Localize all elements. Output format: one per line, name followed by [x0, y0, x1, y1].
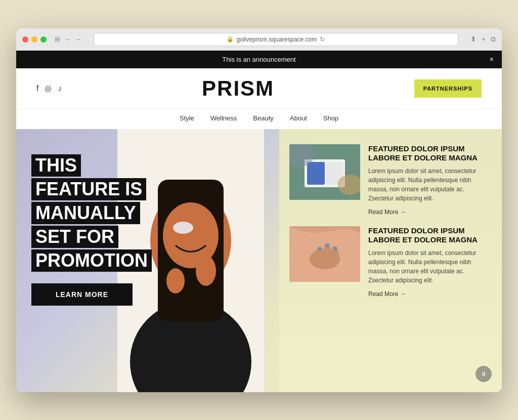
- featured-content-1: FEATURED DOLOR IPSUM LABORE ET DOLORE MA…: [368, 144, 487, 216]
- facebook-icon[interactable]: f: [36, 84, 38, 93]
- lock-icon: 🔒: [227, 36, 234, 43]
- announcement-text: This is an announcement: [222, 56, 295, 63]
- featured-card-1: FEATURED DOLOR IPSUM LABORE ET DOLORE MA…: [289, 144, 487, 216]
- nav-wellness[interactable]: Wellness: [210, 114, 237, 122]
- browser-actions: ⬆ + ⧉: [470, 35, 496, 44]
- learn-more-button[interactable]: LEARN MORE: [31, 283, 133, 306]
- new-tab-icon[interactable]: +: [482, 35, 486, 44]
- nav-beauty[interactable]: Beauty: [253, 114, 273, 122]
- site-header: f ◎ ♪ PRISM PARTNERSHIPS: [16, 68, 502, 109]
- promo-text-block: THIS FEATURE IS MANUALLY SET FOR PROMOTI…: [31, 154, 152, 306]
- promo-line-4: SET FOR: [31, 226, 118, 248]
- traffic-lights: [22, 36, 47, 43]
- svg-point-8: [166, 268, 185, 293]
- nav-about[interactable]: About: [290, 114, 307, 122]
- social-icons: f ◎ ♪: [36, 83, 62, 93]
- svg-rect-11: [307, 162, 325, 185]
- partnerships-button[interactable]: PARTNERSHIPS: [414, 79, 482, 98]
- nav-shop[interactable]: Shop: [323, 114, 338, 122]
- address-bar[interactable]: 🔒 goliveprism.squarespace.com ↻: [94, 33, 458, 46]
- featured-thumb-2: [289, 226, 360, 282]
- pause-button[interactable]: ⏸: [476, 366, 492, 382]
- hero-section: THIS FEATURE IS MANUALLY SET FOR PROMOTI…: [16, 129, 502, 392]
- featured-content-2: FEATURED DOLOR IPSUM LABORE ET DOLORE MA…: [368, 226, 487, 298]
- browser-controls: ⊞ ← →: [55, 35, 81, 43]
- announcement-close-button[interactable]: ×: [490, 55, 494, 63]
- announcement-bar: This is an announcement ×: [16, 51, 502, 68]
- url-text: goliveprism.squarespace.com: [237, 36, 317, 43]
- maximize-window-button[interactable]: [40, 36, 47, 43]
- featured-thumb-1: [289, 144, 360, 200]
- svg-point-6: [173, 222, 193, 234]
- back-button[interactable]: ←: [64, 35, 71, 43]
- forward-button[interactable]: →: [75, 35, 81, 43]
- svg-point-21: [325, 243, 330, 247]
- close-window-button[interactable]: [22, 36, 28, 43]
- site-logo[interactable]: PRISM: [202, 76, 274, 101]
- featured-title-2: FEATURED DOLOR IPSUM LABORE ET DOLORE MA…: [368, 226, 487, 244]
- featured-title-1: FEATURED DOLOR IPSUM LABORE ET DOLORE MA…: [368, 144, 487, 162]
- read-more-link-2[interactable]: Read More →: [368, 290, 406, 298]
- promo-line-2: FEATURE IS: [31, 178, 146, 200]
- copy-tab-icon[interactable]: ⧉: [491, 35, 496, 44]
- svg-point-22: [332, 246, 337, 250]
- browser-window: ⊞ ← → 🔒 goliveprism.squarespace.com ↻ ⬆ …: [16, 28, 502, 392]
- tiktok-icon[interactable]: ♪: [58, 84, 62, 93]
- browser-content: This is an announcement × f ◎ ♪ PRISM PA…: [16, 51, 502, 392]
- nav-style[interactable]: Style: [180, 114, 194, 122]
- svg-point-20: [317, 247, 322, 251]
- featured-excerpt-2: Lorem ipsum dolor sit amet, consectetur …: [368, 248, 487, 285]
- promo-line-3: MANUALLY: [31, 202, 140, 224]
- promo-line-1: THIS: [31, 154, 81, 177]
- site-nav: Style Wellness Beauty About Shop: [16, 109, 502, 129]
- featured-section: FEATURED DOLOR IPSUM LABORE ET DOLORE MA…: [279, 129, 502, 392]
- share-icon[interactable]: ⬆: [470, 35, 477, 44]
- hero-left: THIS FEATURE IS MANUALLY SET FOR PROMOTI…: [16, 129, 279, 392]
- featured-excerpt-1: Lorem ipsum dolor sit amet, consectetur …: [368, 166, 487, 203]
- minimize-window-button[interactable]: [31, 36, 37, 43]
- instagram-icon[interactable]: ◎: [45, 83, 52, 93]
- read-more-link-1[interactable]: Read More →: [368, 208, 406, 216]
- featured-card-2: FEATURED DOLOR IPSUM LABORE ET DOLORE MA…: [289, 226, 487, 298]
- browser-titlebar: ⊞ ← → 🔒 goliveprism.squarespace.com ↻ ⬆ …: [16, 28, 502, 51]
- sidebar-toggle-icon[interactable]: ⊞: [55, 35, 60, 43]
- refresh-icon[interactable]: ↻: [320, 35, 325, 43]
- promo-line-5: PROMOTION: [31, 249, 152, 272]
- svg-point-7: [196, 256, 216, 286]
